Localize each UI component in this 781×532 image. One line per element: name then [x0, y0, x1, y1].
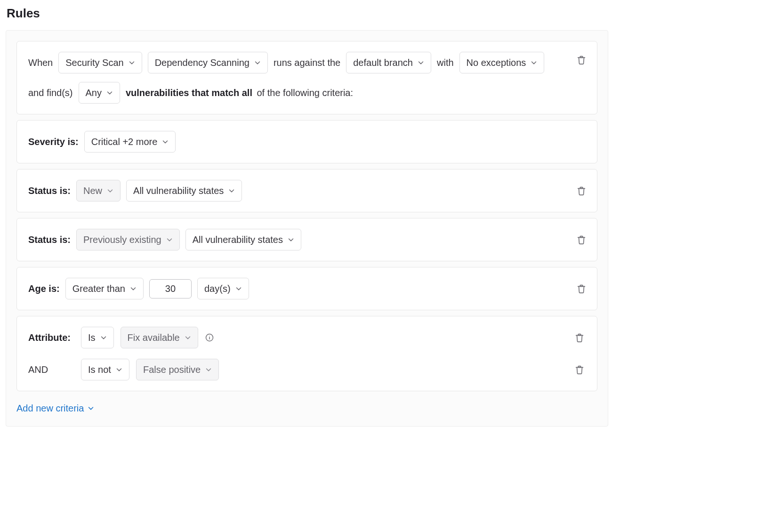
chevron-down-icon — [531, 59, 537, 66]
severity-criteria-card: Severity is: Critical +2 more — [16, 120, 597, 163]
scanner-value: Dependency Scanning — [155, 56, 250, 69]
age-value-input[interactable] — [149, 279, 192, 298]
with-label: with — [437, 56, 454, 69]
status-state-value: All vulnerability states — [193, 233, 283, 246]
svg-point-2 — [209, 336, 209, 336]
chevron-down-icon — [288, 236, 294, 243]
chevron-down-icon — [254, 59, 261, 66]
delete-attribute-row-button[interactable] — [574, 364, 585, 375]
exceptions-value: No exceptions — [467, 56, 526, 69]
attribute-op1-dropdown[interactable]: Is — [81, 327, 114, 348]
scan-type-dropdown[interactable]: Security Scan — [58, 52, 142, 73]
attribute-val1-value: Fix available — [128, 331, 180, 344]
when-label: When — [28, 56, 53, 69]
chevron-down-icon — [162, 138, 169, 145]
chevron-down-icon — [129, 59, 135, 66]
age-label: Age is: — [28, 282, 60, 295]
match-count-dropdown[interactable]: Any — [79, 82, 120, 104]
page-title: Rules — [7, 5, 775, 22]
chevron-down-icon — [106, 89, 113, 96]
chevron-down-icon — [100, 334, 107, 341]
info-icon[interactable] — [205, 333, 214, 342]
chevron-down-icon — [235, 285, 242, 292]
attribute-label: Attribute: — [28, 331, 74, 344]
status-newness-value: New — [83, 184, 102, 197]
chevron-down-icon — [88, 402, 94, 415]
severity-value: Critical +2 more — [91, 135, 158, 148]
age-unit-value: day(s) — [204, 282, 231, 295]
exceptions-dropdown[interactable]: No exceptions — [459, 52, 545, 73]
status-label: Status is: — [28, 184, 71, 197]
attribute-op1-value: Is — [88, 331, 96, 344]
age-comparator-dropdown[interactable]: Greater than — [65, 278, 144, 299]
chevron-down-icon — [205, 366, 212, 373]
attribute-op2-value: Is not — [88, 363, 111, 376]
match-bold-text: vulnerabilities that match all — [126, 88, 252, 98]
scan-type-value: Security Scan — [65, 56, 123, 69]
chevron-down-icon — [107, 187, 113, 194]
rule-condition-card: When Security Scan Dependency Scanning r… — [16, 41, 597, 114]
delete-attribute-row-button[interactable] — [574, 332, 585, 343]
age-criteria-card: Age is: Greater than day(s) — [16, 267, 597, 310]
runs-against-label: runs against the — [274, 56, 340, 69]
severity-dropdown[interactable]: Critical +2 more — [84, 131, 176, 153]
attribute-join-label: AND — [28, 363, 74, 376]
match-tail-text: of the following criteria: — [257, 88, 354, 98]
status-criteria-card-new: Status is: New All vulnerability states — [16, 169, 597, 212]
delete-rule-button[interactable] — [576, 55, 587, 65]
chevron-down-icon — [185, 334, 191, 341]
status-newness-value: Previously existing — [83, 233, 161, 246]
chevron-down-icon — [116, 366, 122, 373]
age-comparator-value: Greater than — [72, 282, 125, 295]
attribute-op2-dropdown[interactable]: Is not — [81, 359, 129, 380]
delete-criteria-button[interactable] — [576, 185, 587, 196]
chevron-down-icon — [418, 59, 424, 66]
rules-list: When Security Scan Dependency Scanning r… — [6, 30, 608, 427]
attribute-val2-value: False positive — [143, 363, 201, 376]
attribute-val2-dropdown[interactable]: False positive — [136, 359, 219, 380]
severity-label: Severity is: — [28, 135, 79, 148]
branch-dropdown[interactable]: default branch — [346, 52, 431, 73]
and-finds-label: and find(s) — [28, 86, 73, 99]
age-unit-dropdown[interactable]: day(s) — [197, 278, 249, 299]
branch-value: default branch — [353, 56, 413, 69]
status-newness-dropdown[interactable]: New — [76, 180, 121, 202]
status-state-value: All vulnerability states — [133, 184, 224, 197]
match-count-value: Any — [86, 86, 102, 99]
status-criteria-card-existing: Status is: Previously existing All vulne… — [16, 218, 597, 261]
attribute-val1-dropdown[interactable]: Fix available — [121, 327, 198, 348]
attribute-criteria-card: Attribute: Is Fix available AND — [16, 316, 597, 391]
status-state-dropdown[interactable]: All vulnerability states — [185, 229, 301, 250]
status-label: Status is: — [28, 233, 71, 246]
add-new-criteria-label: Add new criteria — [16, 402, 84, 415]
status-newness-dropdown[interactable]: Previously existing — [76, 229, 180, 250]
delete-criteria-button[interactable] — [576, 283, 587, 294]
chevron-down-icon — [166, 236, 173, 243]
status-state-dropdown[interactable]: All vulnerability states — [126, 180, 242, 202]
delete-criteria-button[interactable] — [576, 234, 587, 245]
chevron-down-icon — [130, 285, 137, 292]
chevron-down-icon — [228, 187, 235, 194]
scanner-dropdown[interactable]: Dependency Scanning — [148, 52, 268, 73]
add-new-criteria-button[interactable]: Add new criteria — [16, 397, 94, 415]
